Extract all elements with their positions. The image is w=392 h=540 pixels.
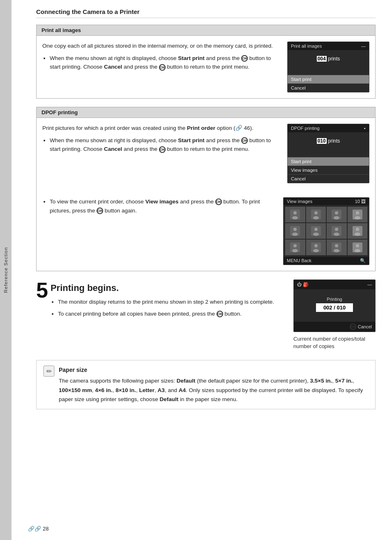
view-images-title: View images (287, 199, 312, 204)
printing-screen: ⏻ 🎒 — Printing 002 / 010 OK Cancel (293, 279, 376, 332)
back-label: MENU Back (287, 258, 311, 263)
thumb-12 (348, 240, 368, 255)
ok-icon-1: OK (241, 55, 248, 62)
thumb-1 (285, 207, 305, 222)
print-all-bullets: When the menu shown at right is displaye… (42, 54, 279, 72)
dpof-screen-title: DPOF printing (291, 126, 320, 131)
svg-point-29 (313, 249, 319, 252)
ok-icon-printing: OK (350, 323, 356, 330)
dpof-menu-start: Start print (288, 157, 369, 166)
printing-screen-body: Printing 002 / 010 (294, 289, 375, 322)
view-images-count: 10 🖼 (355, 199, 366, 204)
paper-size-text: The camera supports the following paper … (59, 376, 369, 404)
paper-size-title: Paper size (59, 365, 369, 375)
step5-bullet1: The monitor display returns to the print… (58, 298, 285, 307)
dpof-bullet1: When the menu shown at right is displaye… (50, 136, 279, 154)
step5-content: Printing begins. The monitor display ret… (51, 279, 285, 321)
print-all-description: One copy each of all pictures stored in … (42, 42, 279, 51)
svg-point-32 (334, 249, 339, 252)
dpof-bullet2-list: To view the current print order, choose … (42, 197, 275, 215)
thumbnail-grid (284, 205, 369, 257)
svg-point-26 (292, 249, 298, 252)
menu-item-start-print: Start print (288, 75, 369, 83)
print-all-images-content: One copy each of all pictures stored in … (37, 36, 375, 98)
footer-icon: 🔗🔗 (28, 526, 41, 532)
ok-icon-dpof-1: OK (241, 137, 248, 144)
note-icon: ✏ (43, 365, 55, 379)
paper-size-note: ✏ Paper size The camera supports the fol… (36, 360, 376, 409)
svg-point-20 (334, 233, 339, 236)
thumb-11 (327, 240, 347, 255)
thumb-5 (285, 223, 305, 239)
footer-page: 28 (43, 526, 48, 532)
svg-point-1 (293, 211, 297, 215)
print-all-images-section: Print all images One copy each of all pi… (36, 25, 376, 99)
dpof-header: DPOF printing (37, 107, 375, 118)
svg-point-35 (355, 249, 360, 252)
svg-point-17 (313, 233, 319, 236)
svg-point-4 (314, 211, 318, 215)
screen-title-1: Print all images (291, 44, 322, 48)
svg-point-34 (356, 244, 359, 247)
step5-screen-col: ⏻ 🎒 — Printing 002 / 010 OK Cancel Curre… (293, 279, 376, 350)
print-all-images-header: Print all images (37, 25, 375, 36)
ok-icon-dpof-2: OK (159, 146, 166, 153)
print-all-bullet1: When the menu shown at right is displaye… (50, 54, 279, 72)
screen-title-bar-1: Print all images — (288, 42, 369, 50)
printing-progress: 002 / 010 (316, 303, 353, 312)
dpof-menu-cancel: Cancel (288, 174, 369, 183)
thumb-10 (306, 240, 326, 255)
svg-point-31 (335, 244, 338, 247)
ok-icon-2: OK (159, 64, 166, 71)
step5-bullets: The monitor display returns to the print… (51, 298, 285, 319)
ok-icon-dpof-4: OK (97, 208, 103, 214)
dpof-bullet2: To view the current print order, choose … (50, 197, 275, 215)
thumb-6 (306, 223, 326, 239)
zoom-icon: 🔍 (360, 258, 366, 263)
dpof-count: 010 (317, 138, 327, 144)
svg-point-22 (356, 228, 359, 231)
screen-title-icon-1: — (361, 44, 366, 48)
screen-body-1: 004 prints (288, 50, 369, 75)
thumb-4 (348, 207, 368, 222)
step5-bullet2: To cancel printing before all copies hav… (58, 309, 285, 319)
dpof-prints: 010 prints (291, 138, 366, 144)
svg-point-10 (356, 211, 359, 215)
svg-point-8 (334, 216, 339, 219)
thumb-7 (327, 223, 347, 239)
step5-main: 5 Printing begins. The monitor display r… (36, 279, 285, 321)
printing-screen-top: ⏻ 🎒 — (294, 280, 375, 289)
svg-point-7 (335, 211, 338, 215)
sidebar-strip: Reference Section (0, 0, 12, 540)
screen-prints-1: 004 prints (291, 56, 366, 62)
dpof-section: DPOF printing Print pictures for which a… (36, 107, 376, 271)
dpof-screen-title-bar: DPOF printing ▪ (288, 124, 369, 132)
ok-icon-dpof-3: OK (215, 198, 222, 205)
dpof-screen-icon: ▪ (364, 126, 366, 131)
svg-point-2 (292, 216, 298, 219)
dpof-menu: Start print View images Cancel (288, 157, 369, 183)
dpof-top-row: Print pictures for which a print order w… (42, 124, 369, 183)
dpof-menu-view: View images (288, 166, 369, 174)
dpof-text-2: To view the current print order, choose … (42, 197, 275, 217)
step5-text: The monitor display returns to the print… (51, 298, 285, 319)
svg-point-5 (313, 216, 319, 219)
view-images-footer: MENU Back 🔍 (284, 257, 369, 265)
dpof-text: Print pictures for which a print order w… (42, 124, 279, 156)
ok-icon-step5: OK (217, 311, 223, 317)
thumb-2 (306, 207, 326, 222)
dpof-content: Print pictures for which a print order w… (37, 118, 375, 271)
screen-menu-1: Start print Cancel (288, 75, 369, 92)
printing-icon2: — (367, 282, 372, 287)
svg-point-16 (314, 228, 318, 231)
page-footer: 🔗🔗 28 (28, 526, 48, 532)
thumb-8 (348, 223, 368, 239)
dpof-screen-body: 010 prints (288, 132, 369, 157)
view-images-screen: View images 10 🖼 (283, 197, 369, 265)
svg-point-25 (293, 244, 297, 247)
menu-item-cancel-1: Cancel (288, 83, 369, 92)
dpof-bullets: When the menu shown at right is displaye… (42, 136, 279, 154)
thumb-9 (285, 240, 305, 255)
step5-title: Printing begins. (51, 283, 285, 293)
prints-label-1: prints (328, 56, 340, 62)
